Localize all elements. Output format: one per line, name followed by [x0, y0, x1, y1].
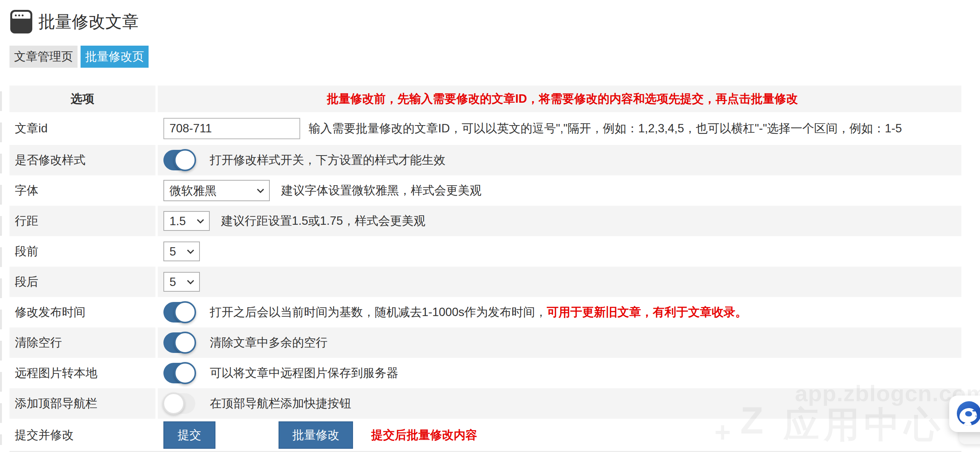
line-height-desc: 建议行距设置1.5或1.75，样式会更美观 [221, 213, 425, 229]
remote-image-local-label: 远程图片转本地 [10, 358, 158, 388]
clear-blank-lines-desc: 清除文章中多余的空行 [210, 335, 328, 351]
options-table: 选项 批量修改前，先输入需要修改的文章ID，将需要修改的内容和选项先提交，再点击… [10, 86, 961, 452]
app-window-icon [10, 10, 32, 33]
submit-button[interactable]: 提交 [163, 421, 215, 449]
toggle-knob [174, 301, 196, 323]
clear-blank-lines-label: 清除空行 [10, 327, 158, 358]
clear-blank-lines-toggle[interactable] [163, 332, 195, 353]
remote-image-local-desc: 可以将文章中远程图片保存到服务器 [210, 365, 398, 381]
row-clear-blank-lines: 清除空行 清除文章中多余的空行 [10, 327, 961, 358]
article-id-desc: 输入需要批量修改的文章ID，可以以英文的逗号","隔开，例如：1,2,3,4,5… [309, 121, 902, 137]
modify-style-desc: 打开修改样式开关，下方设置的样式才能生效 [210, 152, 445, 168]
row-remote-image-local: 远程图片转本地 可以将文章中远程图片保存到服务器 [10, 358, 961, 388]
toggle-knob [174, 149, 196, 171]
toggle-knob [163, 392, 185, 415]
top-navbar-desc: 在顶部导航栏添加快捷按钮 [210, 395, 351, 411]
app-window-icon-titlebar [12, 12, 30, 19]
space-after-label: 段后 [10, 266, 158, 297]
toggle-knob [174, 332, 196, 354]
batch-modify-button[interactable]: 批量修改 [278, 421, 353, 449]
modify-pubtime-label: 修改发布时间 [10, 297, 158, 327]
page-title-bar: 批量修改文章 [10, 10, 139, 33]
article-id-label: 文章id [10, 112, 158, 145]
contact-qq-icon [957, 401, 980, 426]
toggle-knob [174, 362, 196, 384]
left-edge-sliver [0, 91, 2, 445]
row-space-before: 段前 5 [10, 236, 961, 266]
table-header-row: 选项 批量修改前，先输入需要修改的文章ID，将需要修改的内容和选项先提交，再点击… [10, 86, 961, 112]
font-select-box: 微软雅黑 [163, 180, 270, 201]
modify-pubtime-desc-red: 可用于更新旧文章，有利于文章收录。 [547, 305, 747, 319]
space-before-label: 段前 [10, 236, 158, 266]
row-modify-pubtime: 修改发布时间 打开之后会以当前时间为基数，随机减去1-1000s作为发布时间，可… [10, 297, 961, 327]
submit-and-modify-label: 提交并修改 [10, 419, 158, 451]
window-dot-icon [15, 14, 17, 16]
space-before-select[interactable]: 5 [164, 242, 199, 260]
row-font: 字体 微软雅黑 建议字体设置微软雅黑，样式会更美观 [10, 175, 961, 206]
space-before-select-box: 5 [163, 241, 200, 261]
row-top-navbar: 添加顶部导航栏 在顶部导航栏添加快捷按钮 [10, 388, 961, 419]
modify-style-label: 是否修改样式 [10, 145, 158, 175]
font-desc: 建议字体设置微软雅黑，样式会更美观 [281, 183, 482, 199]
tab-article-manage[interactable]: 文章管理页 [10, 46, 78, 68]
row-article-id: 文章id 输入需要批量修改的文章ID，可以以英文的逗号","隔开，例如：1,2,… [10, 112, 961, 145]
line-height-select[interactable]: 1.5 [164, 212, 209, 230]
modify-style-toggle[interactable] [163, 150, 195, 171]
row-modify-style: 是否修改样式 打开修改样式开关，下方设置的样式才能生效 [10, 145, 961, 175]
top-navbar-label: 添加顶部导航栏 [10, 388, 158, 419]
tab-bar: 文章管理页 批量修改页 [10, 46, 149, 68]
row-space-after: 段后 5 [10, 266, 961, 297]
contact-float-button[interactable] [949, 395, 980, 432]
submit-note: 提交后批量修改内容 [371, 427, 477, 443]
row-submit-and-modify: 提交并修改 提交 批量修改 提交后批量修改内容 [10, 419, 961, 451]
remote-image-local-toggle[interactable] [163, 363, 195, 383]
modify-pubtime-desc: 打开之后会以当前时间为基数，随机减去1-1000s作为发布时间，可用于更新旧文章… [210, 304, 747, 320]
header-notice-text: 批量修改前，先输入需要修改的文章ID，将需要修改的内容和选项先提交，再点击批量修… [163, 91, 961, 107]
space-after-select-box: 5 [163, 272, 200, 292]
font-select[interactable]: 微软雅黑 [164, 181, 269, 201]
header-options-label: 选项 [10, 86, 158, 112]
line-height-label: 行距 [10, 206, 158, 236]
line-height-select-box: 1.5 [163, 211, 210, 231]
window-dot-icon [22, 14, 24, 16]
modify-pubtime-desc-plain: 打开之后会以当前时间为基数，随机减去1-1000s作为发布时间， [210, 305, 547, 319]
row-line-height: 行距 1.5 建议行距设置1.5或1.75，样式会更美观 [10, 206, 961, 236]
modify-pubtime-toggle[interactable] [163, 302, 195, 322]
top-navbar-toggle[interactable] [163, 393, 195, 414]
window-dot-icon [18, 14, 20, 16]
tab-batch-edit[interactable]: 批量修改页 [81, 46, 149, 68]
page-title: 批量修改文章 [38, 11, 139, 33]
article-id-input[interactable] [163, 118, 300, 139]
font-label: 字体 [10, 175, 158, 206]
batch-edit-articles-page: 批量修改文章 文章管理页 批量修改页 选项 批量修改前，先输入需要修改的文章ID… [0, 0, 980, 456]
space-after-select[interactable]: 5 [164, 273, 199, 291]
